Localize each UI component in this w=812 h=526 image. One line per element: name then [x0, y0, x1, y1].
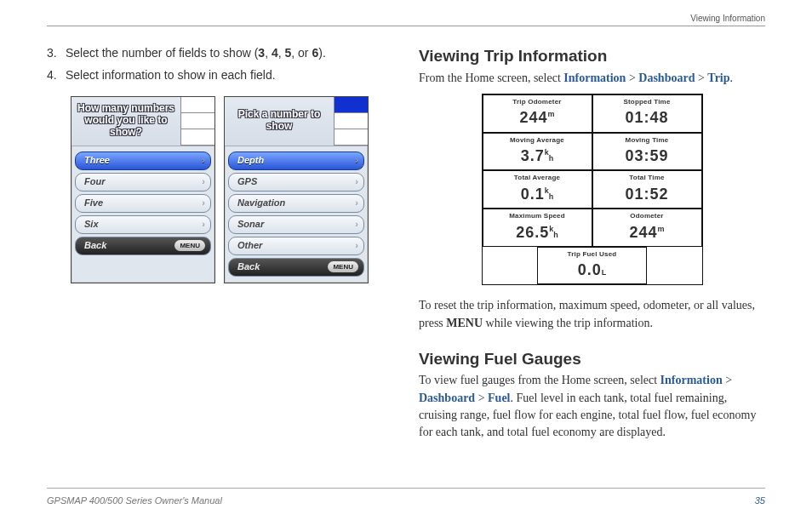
- device2-item-depth-label: Depth: [237, 154, 264, 168]
- device2-item-other[interactable]: Other›: [228, 237, 364, 255]
- trip-table-wrapper: Trip Odometer244m Stopped Time01:48 Movi…: [419, 94, 765, 285]
- device1-header: How many numbers would you like to show?: [71, 97, 214, 146]
- fuel-path-3: Fuel: [488, 392, 510, 404]
- chevron-right-icon: ›: [355, 239, 358, 253]
- footer-manual-title: GPSMAP 400/500 Series Owner's Manual: [47, 495, 222, 506]
- step-4-text: Select information to show in each field…: [66, 68, 276, 82]
- trip-cell-total-time-value: 01:52: [593, 183, 701, 208]
- trip-path-paragraph: From the Home screen, select Information…: [419, 70, 765, 87]
- device1-item-four[interactable]: Four›: [75, 173, 211, 192]
- heading-trip-info: Viewing Trip Information: [419, 44, 765, 68]
- trip-row-2: Moving Average3.7kh Moving Time03:59: [483, 133, 702, 171]
- device1-item-five[interactable]: Five›: [75, 194, 211, 213]
- device-screenshot-1: How many numbers would you like to show?…: [71, 96, 215, 283]
- header-section-label: Viewing Information: [690, 14, 765, 23]
- trip-cell-moving-avg-label: Moving Average: [483, 134, 592, 146]
- trip-cell-moving-time-label: Moving Time: [593, 134, 701, 146]
- chevron-right-icon: ›: [202, 154, 205, 168]
- step-3-num-3: 3: [258, 46, 265, 60]
- step-3-num-4: 4: [272, 46, 278, 60]
- step-3-num-5: 5: [285, 46, 292, 60]
- trip-cell-odometer-2-value: 244m: [593, 221, 701, 246]
- trip-path-1: Information: [563, 71, 626, 84]
- device2-item-sonar-label: Sonar: [237, 218, 264, 232]
- trip-cell-total-avg-label: Total Average: [483, 171, 592, 183]
- trip-cell-stopped-time: Stopped Time01:48: [592, 94, 702, 133]
- device2-side-boxes: [334, 97, 368, 146]
- fuel-path-1: Information: [660, 374, 723, 386]
- top-rule: [47, 26, 765, 26]
- device1-item-five-label: Five: [84, 197, 103, 210]
- trip-cell-fuel-used-label: Trip Fuel Used: [538, 248, 646, 260]
- fuel-paragraph: To view fuel gauges from the Home screen…: [419, 372, 765, 441]
- trip-path-3: Trip: [707, 71, 729, 84]
- device2-sidebox-2: [334, 113, 368, 129]
- trip-cell-moving-time-value: 03:59: [593, 145, 701, 169]
- step-3-text-pre: Select the number of fields to show (: [66, 46, 258, 60]
- device1-back-label: Back: [84, 239, 106, 253]
- device1-item-three[interactable]: Three›: [75, 152, 211, 170]
- menu-pill-icon: MENU: [328, 261, 358, 273]
- chevron-right-icon: ›: [355, 197, 358, 210]
- step-4-number: 4.: [47, 66, 62, 83]
- device1-item-four-label: Four: [84, 175, 105, 189]
- trip-path-2: Dashboard: [638, 71, 695, 84]
- trip-cell-stopped-time-value: 01:48: [593, 106, 701, 131]
- trip-table: Trip Odometer244m Stopped Time01:48 Movi…: [482, 94, 703, 285]
- step-3-number: 3.: [47, 44, 62, 61]
- device1-item-six-label: Six: [84, 218, 99, 232]
- chevron-right-icon: ›: [202, 175, 205, 189]
- device-screenshot-pair: How many numbers would you like to show?…: [71, 96, 393, 283]
- step-3: 3. Select the number of fields to show (…: [47, 44, 393, 61]
- menu-pill-icon: MENU: [174, 240, 205, 252]
- right-column: Viewing Trip Information From the Home s…: [419, 44, 765, 447]
- trip-row-5: Trip Fuel Used0.0L: [483, 247, 702, 285]
- trip-cell-moving-avg: Moving Average3.7kh: [483, 133, 592, 171]
- trip-cell-odometer-value: 244m: [483, 106, 592, 131]
- step-4: 4. Select information to show in each fi…: [47, 66, 393, 83]
- device2-header: Pick a number to show: [225, 97, 368, 146]
- trip-cell-moving-avg-value: 3.7kh: [483, 145, 592, 169]
- page-footer: GPSMAP 400/500 Series Owner's Manual 35: [47, 488, 765, 506]
- device1-side-boxes: [180, 97, 214, 146]
- trip-cell-total-time: Total Time01:52: [592, 170, 702, 209]
- device1-sidebox-3: [180, 129, 214, 146]
- trip-cell-odometer-2: Odometer244m: [592, 209, 702, 247]
- device2-list: Depth› GPS› Navigation› Sonar› Other› Ba…: [225, 146, 368, 283]
- trip-row-3: Total Average0.1kh Total Time01:52: [483, 170, 702, 209]
- trip-path-pre: From the Home screen, select: [419, 71, 563, 84]
- content-columns: 3. Select the number of fields to show (…: [47, 44, 765, 447]
- device1-back-button[interactable]: BackMENU: [75, 237, 211, 255]
- trip-cell-fuel-used-value: 0.0L: [538, 259, 646, 283]
- chevron-right-icon: ›: [355, 218, 358, 232]
- footer-page-number: 35: [755, 495, 765, 506]
- device2-item-gps[interactable]: GPS›: [228, 173, 364, 192]
- reset-paragraph: To reset the trip information, maximum s…: [419, 297, 765, 332]
- trip-cell-total-avg: Total Average0.1kh: [483, 170, 592, 209]
- device1-item-six[interactable]: Six›: [75, 215, 211, 234]
- trip-cell-max-speed: Maximum Speed26.5kh: [483, 209, 592, 247]
- left-column: 3. Select the number of fields to show (…: [47, 44, 393, 447]
- trip-cell-total-avg-value: 0.1kh: [483, 183, 592, 208]
- fuel-path-2: Dashboard: [419, 392, 475, 404]
- device1-sidebox-2: [180, 113, 214, 129]
- chevron-right-icon: ›: [202, 197, 205, 210]
- device2-back-button[interactable]: BackMENU: [228, 258, 364, 277]
- trip-row-1: Trip Odometer244m Stopped Time01:48: [483, 94, 702, 133]
- trip-cell-moving-time: Moving Time03:59: [592, 133, 702, 171]
- device2-item-navigation[interactable]: Navigation›: [228, 194, 364, 213]
- device2-item-sonar[interactable]: Sonar›: [228, 215, 364, 234]
- trip-cell-odometer-label: Trip Odometer: [483, 95, 592, 107]
- fuel-pre: To view fuel gauges from the Home screen…: [419, 374, 660, 386]
- trip-cell-fuel-used: Trip Fuel Used0.0L: [537, 247, 647, 285]
- device-screenshot-2: Pick a number to show Depth› GPS› Naviga…: [224, 96, 369, 283]
- step-3-text-post: ).: [318, 46, 326, 60]
- device1-prompt: How many numbers would you like to show?: [71, 97, 180, 146]
- chevron-right-icon: ›: [202, 218, 205, 232]
- trip-cell-max-speed-value: 26.5kh: [483, 221, 592, 246]
- device2-prompt: Pick a number to show: [225, 97, 334, 146]
- device2-item-depth[interactable]: Depth›: [228, 152, 364, 170]
- device2-item-other-label: Other: [237, 239, 262, 253]
- device1-item-three-label: Three: [84, 154, 110, 168]
- trip-cell-max-speed-label: Maximum Speed: [483, 209, 592, 221]
